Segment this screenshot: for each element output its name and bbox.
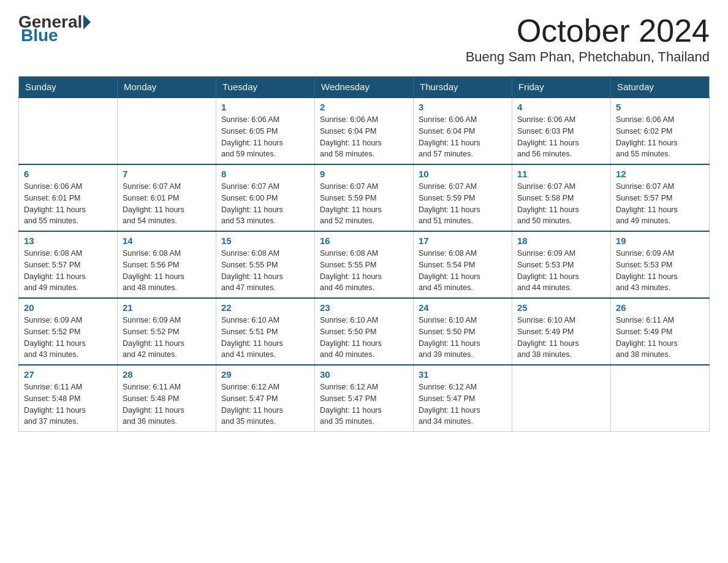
calendar-cell: 22Sunrise: 6:10 AMSunset: 5:51 PMDayligh… — [216, 298, 315, 365]
day-info: Sunrise: 6:11 AMSunset: 5:49 PMDaylight:… — [616, 315, 704, 361]
header-tuesday: Tuesday — [216, 77, 315, 98]
day-info: Sunrise: 6:06 AMSunset: 6:04 PMDaylight:… — [419, 114, 507, 160]
day-info: Sunrise: 6:09 AMSunset: 5:53 PMDaylight:… — [517, 248, 605, 294]
calendar-cell: 20Sunrise: 6:09 AMSunset: 5:52 PMDayligh… — [19, 298, 118, 365]
calendar-cell — [512, 365, 611, 432]
calendar-cell: 24Sunrise: 6:10 AMSunset: 5:50 PMDayligh… — [414, 298, 512, 365]
day-info: Sunrise: 6:08 AMSunset: 5:55 PMDaylight:… — [221, 248, 309, 294]
calendar-cell: 17Sunrise: 6:08 AMSunset: 5:54 PMDayligh… — [414, 231, 512, 298]
day-info: Sunrise: 6:06 AMSunset: 6:01 PMDaylight:… — [24, 181, 112, 227]
day-info: Sunrise: 6:09 AMSunset: 5:53 PMDaylight:… — [616, 248, 704, 294]
calendar-cell: 31Sunrise: 6:12 AMSunset: 5:47 PMDayligh… — [414, 365, 512, 432]
calendar-cell: 9Sunrise: 6:07 AMSunset: 5:59 PMDaylight… — [315, 164, 414, 231]
calendar-cell: 18Sunrise: 6:09 AMSunset: 5:53 PMDayligh… — [512, 231, 611, 298]
calendar-cell — [19, 98, 118, 164]
day-number: 5 — [616, 102, 704, 112]
calendar-cell: 14Sunrise: 6:08 AMSunset: 5:56 PMDayligh… — [118, 231, 216, 298]
calendar-cell: 25Sunrise: 6:10 AMSunset: 5:49 PMDayligh… — [512, 298, 611, 365]
calendar-cell: 2Sunrise: 6:06 AMSunset: 6:04 PMDaylight… — [315, 98, 414, 164]
day-number: 13 — [24, 236, 112, 246]
day-number: 16 — [320, 236, 408, 246]
day-number: 6 — [24, 169, 112, 179]
calendar-cell: 23Sunrise: 6:10 AMSunset: 5:50 PMDayligh… — [315, 298, 414, 365]
week-row-3: 13Sunrise: 6:08 AMSunset: 5:57 PMDayligh… — [19, 231, 710, 298]
day-number: 27 — [24, 369, 112, 380]
day-number: 4 — [517, 102, 605, 112]
calendar-cell: 1Sunrise: 6:06 AMSunset: 6:05 PMDaylight… — [216, 98, 315, 164]
header-saturday: Saturday — [611, 77, 710, 98]
calendar-cell: 10Sunrise: 6:07 AMSunset: 5:59 PMDayligh… — [414, 164, 512, 231]
day-number: 19 — [616, 236, 704, 246]
week-row-5: 27Sunrise: 6:11 AMSunset: 5:48 PMDayligh… — [19, 365, 710, 432]
header-monday: Monday — [118, 77, 216, 98]
calendar-cell: 3Sunrise: 6:06 AMSunset: 6:04 PMDaylight… — [414, 98, 512, 164]
day-number: 22 — [221, 302, 309, 313]
week-row-2: 6Sunrise: 6:06 AMSunset: 6:01 PMDaylight… — [19, 164, 710, 231]
page-header: General Blue October 2024 Bueng Sam Phan… — [18, 12, 710, 71]
calendar-cell: 21Sunrise: 6:09 AMSunset: 5:52 PMDayligh… — [118, 298, 216, 365]
day-info: Sunrise: 6:08 AMSunset: 5:55 PMDaylight:… — [320, 248, 408, 294]
day-number: 8 — [221, 169, 309, 179]
calendar-cell: 5Sunrise: 6:06 AMSunset: 6:02 PMDaylight… — [611, 98, 710, 164]
calendar-cell: 8Sunrise: 6:07 AMSunset: 6:00 PMDaylight… — [216, 164, 315, 231]
header-sunday: Sunday — [19, 77, 118, 98]
day-number: 21 — [123, 302, 211, 313]
calendar-cell: 30Sunrise: 6:12 AMSunset: 5:47 PMDayligh… — [315, 365, 414, 432]
day-info: Sunrise: 6:07 AMSunset: 6:00 PMDaylight:… — [221, 181, 309, 227]
day-info: Sunrise: 6:10 AMSunset: 5:50 PMDaylight:… — [419, 315, 507, 361]
calendar-cell: 28Sunrise: 6:11 AMSunset: 5:48 PMDayligh… — [118, 365, 216, 432]
day-number: 7 — [123, 169, 211, 179]
calendar-cell: 15Sunrise: 6:08 AMSunset: 5:55 PMDayligh… — [216, 231, 315, 298]
location-title: Bueng Sam Phan, Phetchabun, Thailand — [466, 49, 710, 65]
calendar-cell: 4Sunrise: 6:06 AMSunset: 6:03 PMDaylight… — [512, 98, 611, 164]
day-number: 9 — [320, 169, 408, 179]
day-number: 29 — [221, 369, 309, 380]
day-number: 15 — [221, 236, 309, 246]
day-info: Sunrise: 6:10 AMSunset: 5:51 PMDaylight:… — [221, 315, 309, 361]
logo-blue-text: Blue — [21, 26, 58, 45]
day-info: Sunrise: 6:11 AMSunset: 5:48 PMDaylight:… — [123, 381, 211, 427]
day-number: 31 — [419, 369, 507, 380]
day-info: Sunrise: 6:12 AMSunset: 5:47 PMDaylight:… — [320, 381, 408, 427]
calendar-cell — [118, 98, 216, 164]
calendar-cell: 26Sunrise: 6:11 AMSunset: 5:49 PMDayligh… — [611, 298, 710, 365]
day-info: Sunrise: 6:07 AMSunset: 5:57 PMDaylight:… — [616, 181, 704, 227]
day-number: 24 — [419, 302, 507, 313]
day-number: 1 — [221, 102, 309, 112]
calendar-cell: 19Sunrise: 6:09 AMSunset: 5:53 PMDayligh… — [611, 231, 710, 298]
calendar-cell: 16Sunrise: 6:08 AMSunset: 5:55 PMDayligh… — [315, 231, 414, 298]
day-info: Sunrise: 6:08 AMSunset: 5:56 PMDaylight:… — [123, 248, 211, 294]
day-info: Sunrise: 6:06 AMSunset: 6:05 PMDaylight:… — [221, 114, 309, 160]
calendar-cell: 6Sunrise: 6:06 AMSunset: 6:01 PMDaylight… — [19, 164, 118, 231]
day-number: 12 — [616, 169, 704, 179]
day-info: Sunrise: 6:12 AMSunset: 5:47 PMDaylight:… — [221, 381, 309, 427]
day-number: 10 — [419, 169, 507, 179]
day-info: Sunrise: 6:09 AMSunset: 5:52 PMDaylight:… — [123, 315, 211, 361]
day-info: Sunrise: 6:07 AMSunset: 6:01 PMDaylight:… — [123, 181, 211, 227]
day-number: 14 — [123, 236, 211, 246]
calendar-cell: 11Sunrise: 6:07 AMSunset: 5:58 PMDayligh… — [512, 164, 611, 231]
logo: General Blue — [18, 12, 92, 45]
calendar-cell: 12Sunrise: 6:07 AMSunset: 5:57 PMDayligh… — [611, 164, 710, 231]
day-info: Sunrise: 6:06 AMSunset: 6:03 PMDaylight:… — [517, 114, 605, 160]
day-info: Sunrise: 6:07 AMSunset: 5:59 PMDaylight:… — [419, 181, 507, 227]
day-info: Sunrise: 6:07 AMSunset: 5:58 PMDaylight:… — [517, 181, 605, 227]
day-number: 17 — [419, 236, 507, 246]
header-friday: Friday — [512, 77, 611, 98]
day-number: 20 — [24, 302, 112, 313]
calendar-cell: 29Sunrise: 6:12 AMSunset: 5:47 PMDayligh… — [216, 365, 315, 432]
day-info: Sunrise: 6:06 AMSunset: 6:02 PMDaylight:… — [616, 114, 704, 160]
day-number: 26 — [616, 302, 704, 313]
week-row-1: 1Sunrise: 6:06 AMSunset: 6:05 PMDaylight… — [19, 98, 710, 164]
day-info: Sunrise: 6:07 AMSunset: 5:59 PMDaylight:… — [320, 181, 408, 227]
day-info: Sunrise: 6:08 AMSunset: 5:54 PMDaylight:… — [419, 248, 507, 294]
day-number: 2 — [320, 102, 408, 112]
day-info: Sunrise: 6:10 AMSunset: 5:49 PMDaylight:… — [517, 315, 605, 361]
day-info: Sunrise: 6:12 AMSunset: 5:47 PMDaylight:… — [419, 381, 507, 427]
header-row: SundayMondayTuesdayWednesdayThursdayFrid… — [19, 77, 710, 98]
calendar-cell: 7Sunrise: 6:07 AMSunset: 6:01 PMDaylight… — [118, 164, 216, 231]
header-wednesday: Wednesday — [315, 77, 414, 98]
day-info: Sunrise: 6:09 AMSunset: 5:52 PMDaylight:… — [24, 315, 112, 361]
calendar-table: SundayMondayTuesdayWednesdayThursdayFrid… — [18, 76, 710, 432]
day-number: 23 — [320, 302, 408, 313]
